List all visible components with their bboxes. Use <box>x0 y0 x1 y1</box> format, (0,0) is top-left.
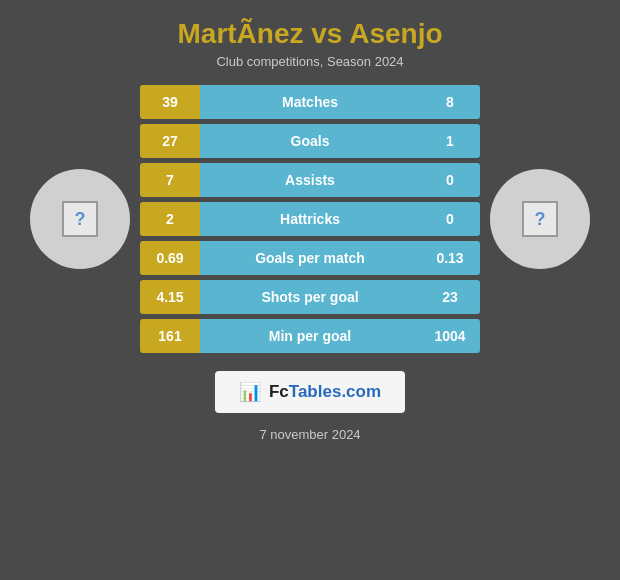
watermark-accent: Tables.com <box>289 382 381 401</box>
stat-value-left: 0.69 <box>140 241 200 275</box>
page-title: MartÃnez vs Asenjo <box>177 18 442 50</box>
avatar-placeholder-right: ? <box>522 201 558 237</box>
stat-label: Goals per match <box>200 241 420 275</box>
page-header: MartÃnez vs Asenjo Club competitions, Se… <box>167 0 452 75</box>
watermark: 📊 FcTables.com <box>215 371 405 413</box>
stat-value-right: 0.13 <box>420 241 480 275</box>
stat-value-right: 8 <box>420 85 480 119</box>
stat-label: Shots per goal <box>200 280 420 314</box>
stat-label: Goals <box>200 124 420 158</box>
stat-value-left: 161 <box>140 319 200 353</box>
stat-label: Hattricks <box>200 202 420 236</box>
stat-value-right: 23 <box>420 280 480 314</box>
stat-row: 39Matches8 <box>140 85 480 119</box>
stat-value-right: 1 <box>420 124 480 158</box>
stat-label: Matches <box>200 85 420 119</box>
footer-date: 7 november 2024 <box>259 427 360 442</box>
stat-value-right: 1004 <box>420 319 480 353</box>
watermark-text: FcTables.com <box>269 382 381 402</box>
stat-value-left: 39 <box>140 85 200 119</box>
player-right-avatar: ? <box>490 169 590 269</box>
stat-value-left: 27 <box>140 124 200 158</box>
main-content: ? 39Matches827Goals17Assists02Hattricks0… <box>0 75 620 353</box>
watermark-icon: 📊 <box>239 381 261 403</box>
avatar-placeholder-left: ? <box>62 201 98 237</box>
page-subtitle: Club competitions, Season 2024 <box>177 54 442 69</box>
stat-row: 161Min per goal1004 <box>140 319 480 353</box>
stat-row: 27Goals1 <box>140 124 480 158</box>
stats-table: 39Matches827Goals17Assists02Hattricks00.… <box>130 85 490 353</box>
stat-label: Assists <box>200 163 420 197</box>
stat-value-right: 0 <box>420 202 480 236</box>
stat-row: 2Hattricks0 <box>140 202 480 236</box>
stat-value-left: 7 <box>140 163 200 197</box>
stat-row: 0.69Goals per match0.13 <box>140 241 480 275</box>
stat-row: 7Assists0 <box>140 163 480 197</box>
stat-label: Min per goal <box>200 319 420 353</box>
stat-value-left: 2 <box>140 202 200 236</box>
stat-value-right: 0 <box>420 163 480 197</box>
stat-row: 4.15Shots per goal23 <box>140 280 480 314</box>
player-left-avatar: ? <box>30 169 130 269</box>
stat-value-left: 4.15 <box>140 280 200 314</box>
